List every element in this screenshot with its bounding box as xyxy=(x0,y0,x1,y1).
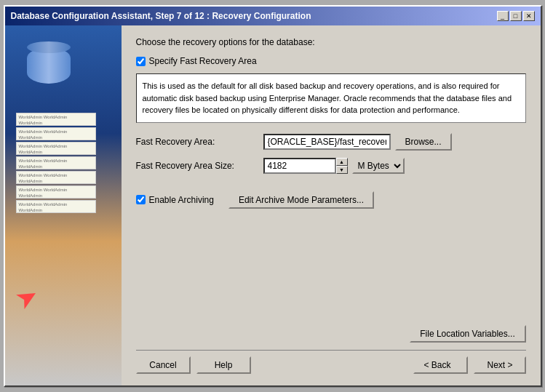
fast-recovery-size-input-group: ▲ ▼ M Bytes G Bytes T Bytes xyxy=(263,158,526,174)
navigation-row: Cancel Help < Back Next > xyxy=(136,350,526,374)
list-item: WorldAdmin WorldAdminWorldAdmin xyxy=(16,113,96,126)
help-button[interactable]: Help xyxy=(196,356,251,374)
list-item: WorldAdmin WorldAdminWorldAdmin xyxy=(16,156,96,169)
fast-recovery-label[interactable]: Specify Fast Recovery Area xyxy=(149,56,257,66)
next-button[interactable]: Next > xyxy=(474,356,525,374)
bottom-section: File Location Variables... Cancel Help <… xyxy=(136,219,526,375)
file-location-row: File Location Variables... xyxy=(136,325,526,343)
instruction-text: Choose the recovery options for the data… xyxy=(136,37,526,47)
spinner-buttons: ▲ ▼ xyxy=(336,158,348,174)
fast-recovery-size-row: Fast Recovery Area Size: ▲ ▼ M Bytes G B… xyxy=(136,158,526,174)
right-panel: Choose the recovery options for the data… xyxy=(122,25,541,385)
fast-recovery-checkbox-row: Specify Fast Recovery Area xyxy=(136,56,526,66)
enable-archiving-checkbox-row: Enable Archiving xyxy=(136,195,214,205)
arrow-icon: ➤ xyxy=(9,279,44,316)
maximize-button[interactable]: □ xyxy=(510,11,522,21)
browse-button[interactable]: Browse... xyxy=(395,133,452,151)
file-location-button[interactable]: File Location Variables... xyxy=(410,325,526,343)
archive-section: Enable Archiving Edit Archive Mode Param… xyxy=(136,191,526,209)
nav-right-buttons: < Back Next > xyxy=(413,356,525,374)
fast-recovery-area-label: Fast Recovery Area: xyxy=(136,137,263,147)
main-window: Database Configuration Assistant, Step 7… xyxy=(4,5,542,387)
left-panel: WorldAdmin WorldAdminWorldAdmin WorldAdm… xyxy=(5,25,122,385)
list-item: WorldAdmin WorldAdminWorldAdmin xyxy=(16,185,96,199)
nav-left-buttons: Cancel Help xyxy=(136,356,251,374)
spinner-up-button[interactable]: ▲ xyxy=(336,158,348,166)
title-bar-buttons: _ □ ✕ xyxy=(497,11,535,21)
enable-archiving-checkbox[interactable] xyxy=(136,195,146,204)
minimize-button[interactable]: _ xyxy=(497,11,509,21)
database-icon xyxy=(27,47,71,84)
fast-recovery-checkbox[interactable] xyxy=(136,57,146,66)
list-item: WorldAdmin WorldAdminWorldAdmin xyxy=(16,200,96,213)
spinner-down-button[interactable]: ▼ xyxy=(336,166,348,174)
enable-archiving-label[interactable]: Enable Archiving xyxy=(149,195,214,205)
pages-stack: WorldAdmin WorldAdminWorldAdmin WorldAdm… xyxy=(16,113,111,215)
size-input[interactable] xyxy=(263,158,336,174)
fast-recovery-area-input-group: Browse... xyxy=(263,133,526,151)
close-button[interactable]: ✕ xyxy=(523,11,535,21)
size-spinner: ▲ ▼ xyxy=(263,158,348,174)
fast-recovery-area-row: Fast Recovery Area: Browse... xyxy=(136,133,526,151)
description-box: This is used as the default for all disk… xyxy=(136,73,526,123)
unit-select[interactable]: M Bytes G Bytes T Bytes xyxy=(352,158,405,174)
cancel-button[interactable]: Cancel xyxy=(136,356,191,374)
window-title: Database Configuration Assistant, Step 7… xyxy=(11,11,311,21)
edit-archive-button[interactable]: Edit Archive Mode Parameters... xyxy=(228,191,374,209)
list-item: WorldAdmin WorldAdminWorldAdmin xyxy=(16,142,96,155)
archiving-row: Enable Archiving Edit Archive Mode Param… xyxy=(136,191,526,209)
title-bar: Database Configuration Assistant, Step 7… xyxy=(5,7,541,25)
fast-recovery-size-label: Fast Recovery Area Size: xyxy=(136,161,263,171)
fast-recovery-area-input[interactable] xyxy=(263,134,391,150)
back-button[interactable]: < Back xyxy=(413,356,468,374)
window-content: WorldAdmin WorldAdminWorldAdmin WorldAdm… xyxy=(5,25,541,385)
list-item: WorldAdmin WorldAdminWorldAdmin xyxy=(16,171,96,184)
list-item: WorldAdmin WorldAdminWorldAdmin xyxy=(16,127,96,140)
